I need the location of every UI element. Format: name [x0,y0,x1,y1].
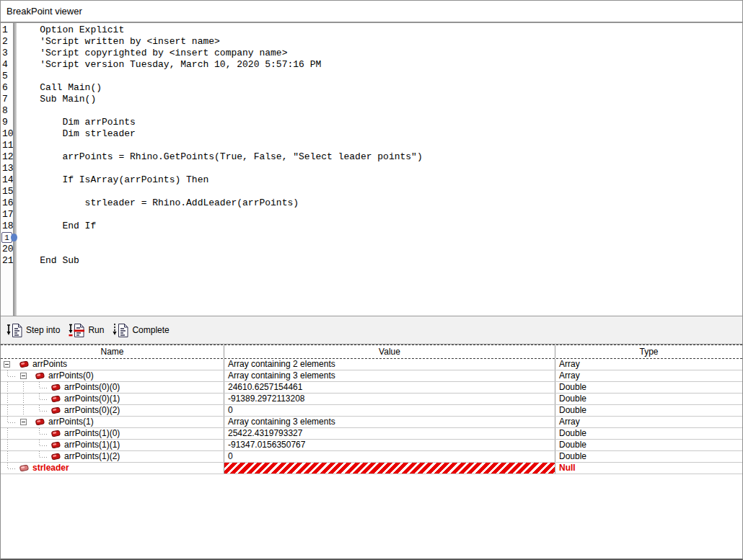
variable-value: 24610.6257154461 [224,382,555,393]
table-row[interactable]: strleader Null [1,463,742,474]
code-line [17,140,742,151]
code-line: Dim arrPoints [17,117,742,128]
run-icon [69,323,85,338]
line-number: 6 [1,82,17,94]
run-button[interactable]: Run [69,323,104,338]
code-area[interactable]: Option Explicit 'Script written by <inse… [17,23,742,316]
line-number: 1 [1,25,17,36]
variable-icon [51,428,61,439]
line-number: 20 [1,244,17,255]
code-line: 'Script version Tuesday, March 10, 2020 … [17,59,742,71]
line-number: 14 [1,174,17,186]
table-row[interactable]: arrPoints(1)(0) 25422.4319793327 Double [1,428,742,440]
line-number: 9 [1,117,17,128]
tree-guide-line [1,370,17,381]
variable-name: arrPoints(1)(0) [64,428,120,439]
variable-type: Array [555,417,742,427]
tree-guide-line [32,405,48,416]
variable-type: Double [555,428,742,439]
table-row[interactable]: arrPoints(0) Array containing 3 elements… [1,370,742,382]
variable-name: arrPoints(1) [48,417,94,427]
variable-value: Array containing 3 elements [224,370,555,381]
tree-guide-line [1,440,17,450]
tree-guide-line [1,451,17,462]
code-editor[interactable]: 1 2 3 4 5 6 7 8 9 10 11 12 13 14 15 16 1… [1,23,742,316]
variable-icon [51,440,61,450]
run-label: Run [88,325,104,335]
code-line: Call Main() [17,82,742,94]
code-line: End Sub [17,255,742,267]
table-row[interactable]: arrPoints Array containing 2 elements Ar… [1,359,742,370]
collapse-expander-icon[interactable] [20,373,27,379]
variable-name: arrPoints(0)(0) [64,382,120,393]
line-number: 15 [1,186,17,197]
code-line: If IsArray(arrPoints) Then [17,174,742,186]
code-line [17,232,742,244]
variable-value: Array containing 3 elements [224,417,555,427]
line-number: 21 [1,255,17,267]
tree-guide-line [32,440,48,450]
variable-value: 0 [224,451,555,462]
line-number-gutter: 1 2 3 4 5 6 7 8 9 10 11 12 13 14 15 16 1… [1,23,17,316]
line-number: 8 [1,105,17,117]
tree-guide-line [17,405,32,416]
variable-value: -91389.2972113208 [224,394,555,404]
variable-name: strleader [32,463,69,474]
collapse-expander-icon[interactable] [20,419,27,425]
column-header-type[interactable]: Type [555,345,742,358]
variable-icon [51,382,61,393]
window-title: BreakPoint viewer [6,6,82,17]
table-row[interactable]: arrPoints(0)(2) 0 Double [1,405,742,417]
code-line: arrPoints = Rhino.GetPoints(True, False,… [17,151,742,163]
code-line [17,71,742,82]
null-value-hatch [224,463,555,474]
column-header-value[interactable]: Value [224,345,555,358]
variable-type: Null [555,463,742,474]
variable-name: arrPoints(0) [48,370,94,381]
variable-value: Array containing 2 elements [224,359,555,370]
complete-button[interactable]: Complete [113,323,169,338]
variable-type: Double [555,451,742,462]
title-bar: BreakPoint viewer [1,1,742,23]
code-line: Dim strleader [17,128,742,140]
line-number: 7 [1,94,17,105]
line-number: 4 [1,59,17,71]
variable-icon [51,394,61,404]
table-row[interactable]: arrPoints(0)(1) -91389.2972113208 Double [1,394,742,405]
complete-icon [113,323,129,338]
tree-guide-line [17,428,32,439]
variable-icon [35,370,45,381]
tree-guide-line [17,394,32,404]
variable-icon [51,405,61,416]
code-line: 'Script written by <insert name> [17,36,742,48]
code-line: End If [17,221,742,232]
tree-guide-line [17,440,32,450]
table-row[interactable]: arrPoints(1)(1) -91347.0156350767 Double [1,440,742,451]
variable-type: Double [555,394,742,404]
variables-table: Name Value Type arrPoints Array containi… [1,345,742,559]
variable-icon [35,417,45,427]
variable-value: 25422.4319793327 [224,428,555,439]
code-line: strleader = Rhino.AddLeader(arrPoints) [17,197,742,209]
line-number: 18 [1,221,17,232]
line-number: 11 [1,140,17,151]
variable-value: -91347.0156350767 [224,440,555,450]
column-header-name[interactable]: Name [1,345,224,358]
table-row[interactable]: arrPoints(0)(0) 24610.6257154461 Double [1,382,742,394]
step-into-button[interactable]: Step into [6,323,60,338]
line-number: 10 [1,128,17,140]
line-number: 13 [1,163,17,174]
code-line: 'Script copyrighted by <insert company n… [17,48,742,59]
code-line [17,105,742,117]
variable-type: Array [555,359,742,370]
code-line [17,186,742,197]
variable-name: arrPoints(0)(2) [64,405,120,416]
complete-label: Complete [132,325,169,335]
tree-guide-line [17,451,32,462]
table-row[interactable]: arrPoints(1) Array containing 3 elements… [1,417,742,428]
collapse-expander-icon[interactable] [4,361,10,368]
variable-icon [51,451,61,462]
variable-icon [19,359,29,370]
table-row[interactable]: arrPoints(1)(2) 0 Double [1,451,742,463]
breakpoint-viewer-window: BreakPoint viewer 1 2 3 4 5 6 7 8 9 10 1… [0,0,743,560]
